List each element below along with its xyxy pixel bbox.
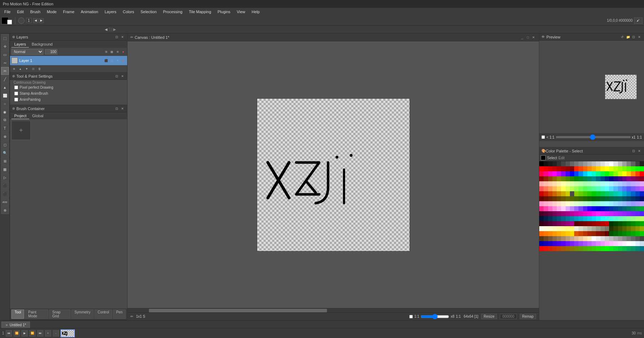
- palette-color-cell[interactable]: [566, 221, 570, 226]
- palette-color-cell[interactable]: [570, 206, 574, 211]
- layers-panel-close[interactable]: ✕: [120, 35, 125, 40]
- palette-color-cell[interactable]: [539, 186, 544, 191]
- frame-next-btn[interactable]: ▶: [39, 18, 44, 23]
- tab-project[interactable]: Project: [11, 113, 29, 119]
- palette-color-cell[interactable]: [635, 196, 640, 201]
- palette-color-cell[interactable]: [583, 231, 587, 236]
- palette-color-cell[interactable]: [627, 236, 631, 241]
- palette-color-cell[interactable]: [539, 211, 544, 216]
- palette-color-cell[interactable]: [627, 211, 631, 216]
- palette-color-cell[interactable]: [618, 206, 622, 211]
- palette-color-cell[interactable]: [583, 241, 587, 246]
- palette-color-cell[interactable]: [640, 161, 644, 166]
- palette-color-cell[interactable]: [627, 191, 631, 196]
- nav-icon3[interactable]: ▶: [113, 27, 116, 31]
- palette-color-cell[interactable]: [539, 161, 544, 166]
- palette-color-cell[interactable]: [587, 201, 592, 206]
- palette-color-cell[interactable]: [574, 196, 578, 201]
- palette-color-cell[interactable]: [587, 221, 592, 226]
- palette-color-cell[interactable]: [566, 246, 570, 251]
- palette-color-cell[interactable]: [605, 226, 609, 231]
- palette-color-cell[interactable]: [578, 226, 583, 231]
- palette-color-cell[interactable]: [570, 226, 574, 231]
- palette-color-cell[interactable]: [587, 231, 592, 236]
- palette-color-cell[interactable]: [578, 171, 583, 176]
- palette-color-cell[interactable]: [635, 236, 640, 241]
- palette-color-cell[interactable]: [539, 181, 544, 186]
- palette-color-cell[interactable]: [574, 216, 578, 221]
- palette-color-cell[interactable]: [548, 171, 552, 176]
- palette-color-cell[interactable]: [596, 231, 600, 236]
- palette-color-cell[interactable]: [613, 226, 618, 231]
- palette-color-cell[interactable]: [640, 211, 644, 216]
- palette-color-cell[interactable]: [570, 221, 574, 226]
- palette-color-cell[interactable]: [627, 231, 631, 236]
- grid-tool[interactable]: ⊞: [1, 157, 9, 165]
- palette-color-cell[interactable]: [635, 231, 640, 236]
- blend-mode-select[interactable]: Normal: [11, 49, 43, 55]
- palette-color-cell[interactable]: [548, 246, 552, 251]
- palette-color-cell[interactable]: [561, 206, 565, 211]
- palette-color-cell[interactable]: [570, 201, 574, 206]
- palette-color-cell[interactable]: [635, 221, 640, 226]
- palette-color-cell[interactable]: [539, 216, 544, 221]
- palette-color-cell[interactable]: [561, 241, 565, 246]
- palette-color-cell[interactable]: [631, 176, 635, 181]
- palette-color-cell[interactable]: [566, 181, 570, 186]
- palette-color-cell[interactable]: [557, 241, 561, 246]
- palette-color-cell[interactable]: [609, 201, 613, 206]
- extra-tool2[interactable]: ⬛: [1, 190, 9, 198]
- palette-color-cell[interactable]: [640, 216, 644, 221]
- palette-color-cell[interactable]: [622, 206, 627, 211]
- palette-color-cell[interactable]: [561, 171, 565, 176]
- sub-tab-pen[interactable]: Pen: [113, 310, 126, 319]
- palette-color-cell[interactable]: [544, 211, 548, 216]
- palette-color-cell[interactable]: [609, 191, 613, 196]
- palette-color-cell[interactable]: [587, 161, 592, 166]
- anim-painting-checkbox[interactable]: [14, 98, 18, 102]
- palette-color-cell[interactable]: [587, 236, 592, 241]
- palette-color-cell[interactable]: [544, 221, 548, 226]
- palette-color-cell[interactable]: [592, 236, 596, 241]
- palette-color-cell[interactable]: [618, 166, 622, 171]
- delete-layer-btn[interactable]: 🗑: [37, 66, 42, 71]
- palette-color-cell[interactable]: [592, 206, 596, 211]
- palette-color-cell[interactable]: [557, 211, 561, 216]
- palette-color-cell[interactable]: [561, 246, 565, 251]
- palette-color-cell[interactable]: [596, 186, 600, 191]
- menu-edit[interactable]: Edit: [14, 9, 27, 15]
- palette-color-cell[interactable]: [548, 166, 552, 171]
- canvas-content[interactable]: [128, 41, 539, 308]
- palette-color-cell[interactable]: [539, 221, 544, 226]
- palette-color-cell[interactable]: [631, 211, 635, 216]
- palette-color-cell[interactable]: [570, 166, 574, 171]
- palette-color-cell[interactable]: [566, 206, 570, 211]
- palette-color-cell[interactable]: [622, 241, 627, 246]
- tab-global[interactable]: Global: [29, 113, 46, 119]
- palette-color-cell[interactable]: [605, 221, 609, 226]
- palette-color-cell[interactable]: [631, 241, 635, 246]
- palette-color-cell[interactable]: [605, 231, 609, 236]
- palette-color-cell[interactable]: [578, 166, 583, 171]
- palette-color-cell[interactable]: [627, 196, 631, 201]
- palette-color-cell[interactable]: [592, 196, 596, 201]
- palette-color-cell[interactable]: [574, 191, 578, 196]
- palette-color-cell[interactable]: [635, 241, 640, 246]
- palette-color-cell[interactable]: [566, 241, 570, 246]
- palette-color-cell[interactable]: [631, 161, 635, 166]
- palette-color-cell[interactable]: [574, 246, 578, 251]
- menu-animation[interactable]: Animation: [78, 9, 101, 15]
- palette-color-cell[interactable]: [578, 206, 583, 211]
- palette-color-cell[interactable]: [587, 226, 592, 231]
- palette-color-cell[interactable]: [618, 241, 622, 246]
- palette-color-cell[interactable]: [570, 161, 574, 166]
- palette-color-cell[interactable]: [552, 191, 557, 196]
- palette-color-cell[interactable]: [566, 231, 570, 236]
- clone-tool[interactable]: ⧉: [1, 116, 9, 124]
- sub-tab-symmetry[interactable]: Symmetry: [71, 310, 94, 319]
- palette-color-cell[interactable]: [583, 161, 587, 166]
- palette-color-cell[interactable]: [609, 241, 613, 246]
- palette-color-cell[interactable]: [578, 196, 583, 201]
- preview-zoom-slider[interactable]: [556, 136, 630, 138]
- palette-color-cell[interactable]: [548, 186, 552, 191]
